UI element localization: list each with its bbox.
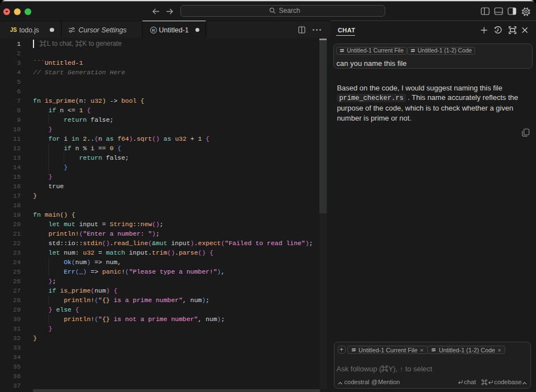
svg-text:R: R <box>152 27 155 32</box>
